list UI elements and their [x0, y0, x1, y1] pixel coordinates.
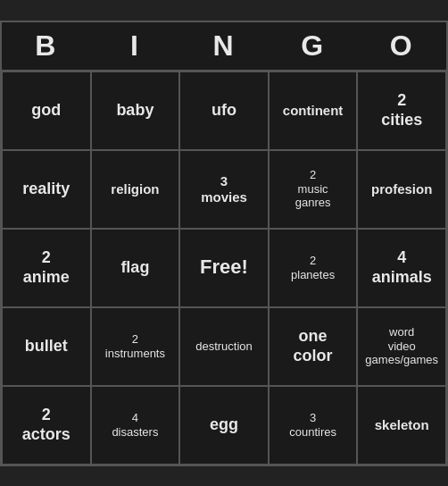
- bingo-cell: baby: [91, 71, 180, 150]
- bingo-cell: reality: [2, 150, 91, 229]
- header-letter: B: [2, 22, 91, 70]
- bingo-card: BINGO godbabyufocontinent2citiesrealityr…: [0, 21, 448, 466]
- bingo-cell: 3movies: [179, 150, 269, 229]
- bingo-cell: bullet: [2, 307, 91, 386]
- bingo-cell: god: [2, 71, 91, 150]
- bingo-cell: flag: [91, 229, 180, 307]
- header-letter: O: [357, 22, 446, 70]
- bingo-cell: wordvideogames/games: [357, 307, 446, 386]
- bingo-cell: skeleton: [357, 386, 446, 465]
- bingo-cell: Free!: [179, 229, 269, 307]
- bingo-grid: godbabyufocontinent2citiesrealityreligio…: [2, 70, 446, 465]
- bingo-cell: continent: [269, 71, 358, 150]
- bingo-cell: onecolor: [269, 307, 358, 386]
- bingo-cell: 4animals: [357, 229, 446, 307]
- bingo-cell: destruction: [179, 307, 269, 386]
- bingo-cell: 2actors: [2, 386, 91, 465]
- bingo-cell: 2musicganres: [269, 150, 358, 229]
- bingo-cell: profesion: [357, 150, 446, 229]
- bingo-cell: ufo: [179, 71, 269, 150]
- header-letter: I: [91, 22, 180, 70]
- bingo-cell: religion: [91, 150, 180, 229]
- bingo-cell: 2planetes: [269, 229, 358, 307]
- bingo-cell: 3countires: [269, 386, 358, 465]
- bingo-cell: 4disasters: [91, 386, 180, 465]
- bingo-cell: egg: [179, 386, 269, 465]
- bingo-cell: 2cities: [357, 71, 446, 150]
- header-letter: G: [269, 22, 358, 70]
- header-letter: N: [179, 22, 269, 70]
- bingo-cell: 2anime: [2, 229, 91, 307]
- bingo-header: BINGO: [2, 22, 446, 70]
- bingo-cell: 2instruments: [91, 307, 180, 386]
